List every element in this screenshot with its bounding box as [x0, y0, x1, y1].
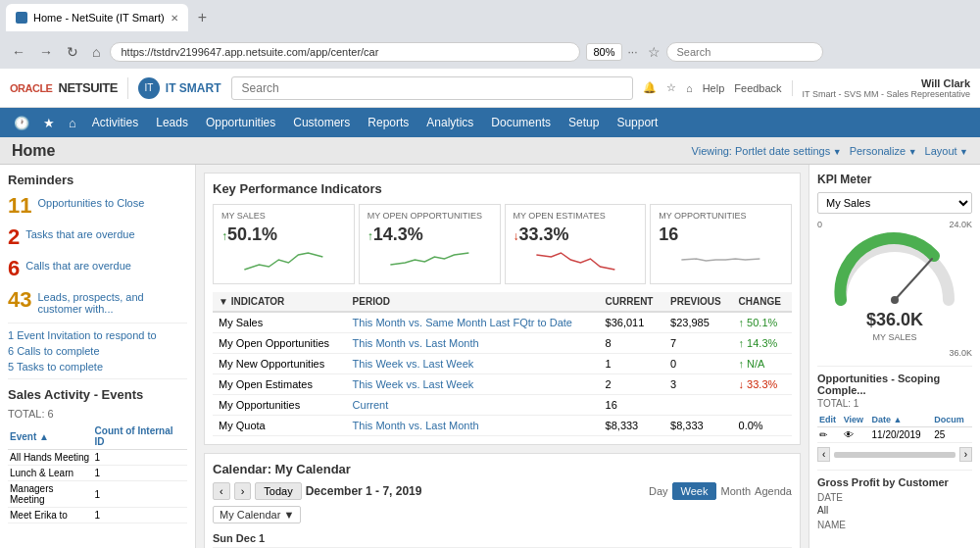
opp-edit-icon[interactable]: ✏ — [817, 427, 842, 443]
kpi-meter-dropdown[interactable]: My Sales My Open Opportunities My Quota — [817, 192, 972, 214]
notification-icon[interactable]: 🔔 — [643, 81, 657, 94]
calendar-title: Calendar: My Calendar — [213, 462, 351, 476]
opp-total: TOTAL: 1 — [817, 398, 972, 409]
nav-documents[interactable]: Documents — [483, 112, 559, 133]
opp-view-icon[interactable]: 👁 — [842, 427, 870, 443]
events-col-count[interactable]: Count of Internal ID — [93, 423, 187, 450]
url-input[interactable] — [110, 42, 580, 62]
gauge-labels: 0 24.0K — [817, 220, 972, 229]
reminder-calls[interactable]: 6 Calls that are overdue — [8, 256, 187, 281]
nav-customers[interactable]: Customers — [285, 112, 358, 133]
reminder-opportunities[interactable]: 11 Opportunities to Close — [8, 193, 187, 219]
recent-icon[interactable]: 🕐 — [8, 112, 35, 134]
kpi-col-indicator[interactable]: ▼ INDICATOR — [213, 292, 347, 312]
personalize-link[interactable]: Personalize — [850, 145, 917, 157]
period-link[interactable]: Current — [353, 399, 389, 411]
reminder-label-calls[interactable]: Calls that are overdue — [25, 260, 131, 272]
period-link[interactable]: This Month vs. Last Month — [353, 337, 479, 349]
nav-opportunities[interactable]: Opportunities — [198, 112, 283, 133]
event-invitation-link[interactable]: 1 Event Invitation to respond to — [8, 327, 187, 343]
it-smart-icon: IT — [138, 77, 160, 99]
opp-col-date[interactable]: Date ▲ — [870, 413, 933, 427]
cal-day-label: Day — [649, 485, 668, 497]
back-button[interactable]: ← — [8, 42, 29, 62]
kpi-col-period[interactable]: PERIOD — [347, 292, 600, 312]
home-button[interactable]: ⌂ — [88, 42, 104, 62]
help-label[interactable]: Help — [703, 82, 725, 94]
cal-week-button[interactable]: Week — [672, 482, 717, 500]
opp-col-docum[interactable]: Docum — [932, 413, 972, 427]
period-link[interactable]: This Month vs. Last Month — [353, 420, 479, 431]
layout-link[interactable]: Layout — [925, 145, 968, 157]
cal-today-button[interactable]: Today — [255, 482, 301, 500]
feedback-label[interactable]: Feedback — [734, 82, 781, 94]
gauge-max: 24.0K — [949, 220, 972, 229]
kpi-col-previous[interactable]: PREVIOUS — [664, 292, 733, 312]
period-link[interactable]: This Month vs. Same Month Last FQtr to D… — [353, 317, 572, 328]
nav-support[interactable]: Support — [609, 112, 665, 133]
kpi-col-change[interactable]: CHANGE — [733, 292, 792, 312]
opp-widget-title: Opportunities - Scoping Comple... — [817, 373, 972, 396]
reminder-label-leads[interactable]: Leads, prospects, and customer with... — [37, 291, 187, 315]
forward-button[interactable]: → — [35, 42, 57, 62]
nav-reports[interactable]: Reports — [360, 112, 416, 133]
home-icon[interactable]: ⌂ — [63, 112, 82, 134]
zoom-badge: 80% — [586, 43, 621, 61]
cal-row-sun: Sun Dec 1 — [213, 529, 792, 548]
oracle-netsuite-logo: ORACLE NETSUITE — [10, 80, 118, 95]
tab-close-icon[interactable]: ✕ — [171, 13, 178, 24]
reminder-tasks[interactable]: 2 Tasks that are overdue — [8, 224, 187, 250]
kpi-card-open-opp: MY OPEN OPPORTUNITIES ↑14.3% — [359, 204, 501, 284]
reminder-label-opportunities[interactable]: Opportunities to Close — [37, 197, 144, 209]
home-nav-icon[interactable]: ⌂ — [686, 82, 693, 94]
active-tab[interactable]: Home - NetSuite (IT Smart) ✕ — [6, 4, 188, 31]
kpi-change: ↑ 14.3% — [733, 333, 792, 354]
reminder-leads[interactable]: 43 Leads, prospects, and customer with..… — [8, 287, 187, 317]
kpi-current: $8,333 — [600, 416, 664, 436]
oracle-label: ORACLE NETSUITE — [10, 80, 118, 95]
cal-next-button[interactable]: › — [234, 482, 252, 500]
events-col-event[interactable]: Event ▲ — [8, 423, 93, 450]
sparkline-sales — [221, 245, 346, 274]
period-link[interactable]: This Week vs. Last Week — [353, 358, 474, 370]
table-row: My New Opportunities This Week vs. Last … — [213, 354, 792, 374]
kpi-change: ↓ 33.3% — [733, 374, 792, 395]
star-icon[interactable]: ☆ — [666, 81, 676, 94]
it-smart-logo: IT IT SMART — [127, 77, 221, 99]
tasks-complete-link[interactable]: 5 Tasks to complete — [8, 359, 187, 374]
event-count: 1 — [93, 466, 187, 481]
opp-col-edit[interactable]: Edit — [817, 413, 842, 427]
my-calendar-dropdown[interactable]: My Calendar ▼ — [213, 506, 301, 523]
new-tab-button[interactable]: + — [194, 9, 211, 26]
sales-activity-title: Sales Activity - Events — [8, 387, 187, 402]
reminder-label-tasks[interactable]: Tasks that are overdue — [25, 228, 134, 240]
period-link[interactable]: This Week vs. Last Week — [353, 378, 474, 390]
sparkline-opp — [659, 245, 783, 274]
table-row: My Open Opportunities This Month vs. Las… — [213, 333, 792, 354]
header-search-input[interactable] — [231, 76, 633, 100]
favorites-icon[interactable]: ★ — [37, 112, 61, 134]
kpi-change: ↑ N/A — [733, 354, 792, 374]
table-row: My Sales This Month vs. Same Month Last … — [213, 312, 792, 333]
kpi-col-current[interactable]: CURRENT — [600, 292, 664, 312]
svg-line-0 — [895, 259, 932, 300]
calls-complete-link[interactable]: 6 Calls to complete — [8, 343, 187, 359]
center-content: Key Performance Indicators MY SALES ↑50.… — [196, 165, 808, 548]
cal-agenda-label: Agenda — [755, 485, 792, 497]
browser-search-input[interactable] — [666, 42, 823, 62]
kpi-current: 16 — [600, 395, 664, 416]
cal-prev-button[interactable]: ‹ — [213, 482, 230, 500]
refresh-button[interactable]: ↻ — [63, 42, 82, 62]
reminder-num-6: 6 — [8, 258, 20, 279]
opp-prev-button[interactable]: ‹ — [817, 447, 830, 462]
nav-setup[interactable]: Setup — [561, 112, 607, 133]
ns-header: ORACLE NETSUITE IT IT SMART 🔔 ☆ ⌂ Help F… — [0, 69, 980, 108]
nav-analytics[interactable]: Analytics — [418, 112, 481, 133]
ellipsis-icon: ··· — [628, 45, 638, 59]
nav-leads[interactable]: Leads — [148, 112, 196, 133]
opp-next-button[interactable]: › — [959, 447, 972, 462]
opp-col-view[interactable]: View — [842, 413, 870, 427]
nav-activities[interactable]: Activities — [84, 112, 146, 133]
viewing-portlet-link[interactable]: Viewing: Portlet date settings — [692, 145, 842, 157]
page-header: Home Viewing: Portlet date settings Pers… — [0, 137, 980, 165]
